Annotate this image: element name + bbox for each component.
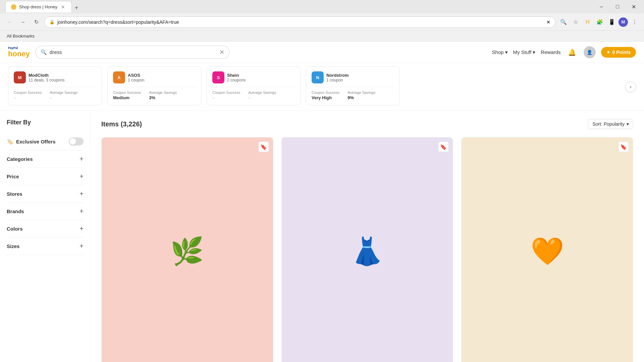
product-card-3[interactable]: 🧡 🔖 Tuckernuck Arcturus Long Sleeve Swin… — [461, 137, 633, 362]
brands-header[interactable]: Brands + — [7, 207, 84, 215]
store-card-4-header: N Nordstrom 1 coupon — [312, 71, 394, 83]
store-card-4[interactable]: N Nordstrom 1 coupon Coupon Success Very… — [306, 66, 400, 105]
browser-frame: Shop dress | Honey ✕ + – □ ✕ ← → ↻ 🔒 joi… — [0, 0, 644, 362]
sizes-header[interactable]: Sizes + — [7, 242, 84, 250]
avg-savings-value-2: 3% — [149, 95, 177, 100]
honey-header: PayPal honey 🔍 ✕ Shop ▾ My Stuff ▾ Rewar… — [0, 42, 644, 63]
store-name-2: ASOS — [128, 73, 144, 78]
extensions-button[interactable]: 🧩 — [594, 17, 605, 27]
stores-expand-icon: + — [79, 190, 84, 198]
product-card-2[interactable]: 👗 🔖 Tuckernuck Jacquard Spritz Swing Dre… — [281, 137, 453, 362]
avg-savings-2: Average Savings 3% — [149, 90, 177, 100]
shop-chevron-icon: ▾ — [505, 49, 508, 55]
minimize-button[interactable]: – — [594, 2, 609, 12]
header-nav: Shop ▾ My Stuff ▾ Rewards 🔔 👤 ✦ 0 Points — [492, 46, 636, 58]
stores-label: Stores — [7, 191, 22, 197]
product-image-3: 🧡 — [462, 137, 633, 362]
bookmark-star-button[interactable]: ☆ — [570, 17, 581, 27]
user-avatar[interactable]: 👤 — [584, 46, 596, 58]
filter-by-title: Filter By — [7, 119, 84, 126]
maximize-button[interactable]: □ — [610, 2, 625, 12]
store-logo-2: A — [113, 71, 125, 83]
store-card-1[interactable]: M ModCloth 11 deals, 3 coupons Coupon Su… — [8, 66, 102, 105]
active-tab[interactable]: Shop dress | Honey ✕ — [5, 1, 72, 12]
avg-savings-label-2: Average Savings — [149, 90, 177, 95]
colors-filter: Colors + — [7, 220, 84, 238]
exclusive-offers-toggle[interactable] — [69, 137, 84, 145]
colors-header[interactable]: Colors + — [7, 225, 84, 233]
bookmark-button-3[interactable]: 🔖 — [618, 141, 629, 152]
sort-button[interactable]: Sort: Popularity ▾ — [588, 119, 633, 129]
store-logo-3: S — [212, 71, 224, 83]
shop-nav-item[interactable]: Shop ▾ — [492, 49, 508, 55]
stores-strip: M ModCloth 11 deals, 3 coupons Coupon Su… — [0, 63, 644, 111]
coupon-success-value-1: – — [14, 95, 42, 100]
stores-next-button[interactable]: › — [625, 81, 636, 92]
tab-bar: Shop dress | Honey ✕ + — [5, 1, 591, 12]
store-name-1: ModCloth — [29, 73, 64, 78]
store-deals-2: 1 coupon — [128, 78, 144, 82]
bookmarks-bar: All Bookmarks — [0, 31, 644, 42]
forward-button[interactable]: → — [17, 17, 28, 27]
my-stuff-chevron-icon: ▾ — [533, 49, 535, 55]
honey-logo[interactable]: PayPal honey — [8, 46, 30, 58]
avg-savings-value-1: – — [50, 95, 77, 100]
more-options-button[interactable]: ⋮ — [629, 17, 640, 27]
coupon-success-4: Coupon Success Very High — [312, 90, 339, 100]
store-card-3-header: S Shein 2 coupons — [212, 71, 295, 83]
bookmark-button-1[interactable]: 🔖 — [258, 141, 269, 152]
stores-header[interactable]: Stores + — [7, 190, 84, 198]
bookmark-button-2[interactable]: 🔖 — [438, 141, 449, 152]
store-logo-4: N — [312, 71, 324, 83]
search-input[interactable] — [50, 49, 217, 55]
store-card-2-header: A ASOS 1 coupon — [113, 71, 196, 83]
price-header[interactable]: Price + — [7, 173, 84, 180]
new-tab-button[interactable]: + — [72, 3, 81, 12]
coupon-success-1: Coupon Success – — [14, 90, 42, 100]
categories-label: Categories — [7, 156, 33, 162]
honey-extension-icon[interactable]: H — [582, 17, 593, 27]
stores-filter: Stores + — [7, 185, 84, 203]
price-filter: Price + — [7, 168, 84, 185]
back-button[interactable]: ← — [4, 17, 15, 27]
store-name-3: Shein — [227, 73, 246, 78]
avg-savings-value-3: – — [248, 95, 276, 100]
avg-savings-label-1: Average Savings — [50, 90, 77, 95]
store-stats-2: Coupon Success Medium Average Savings 3% — [113, 87, 196, 100]
product-card-1[interactable]: 🌿 🔖 ModCloth Flutterly Fabulous A-Line D… — [101, 137, 273, 362]
search-icon-btn[interactable]: 🔍 — [558, 17, 569, 27]
url-bar[interactable]: 🔒 joinhoney.com/search?q=dress&sort=popu… — [44, 16, 555, 28]
avg-savings-1: Average Savings – — [50, 90, 77, 100]
store-card-3[interactable]: S Shein 2 coupons Coupon Success – Avera… — [207, 66, 301, 105]
store-stats-3: Coupon Success – Average Savings – — [212, 87, 295, 100]
coupon-success-label-3: Coupon Success — [212, 90, 240, 95]
sizes-label: Sizes — [7, 243, 19, 249]
store-card-2[interactable]: A ASOS 1 coupon Coupon Success Medium Av… — [107, 66, 201, 105]
profile-button[interactable]: M — [619, 17, 628, 27]
device-button[interactable]: 📱 — [606, 17, 617, 27]
all-bookmarks-link[interactable]: All Bookmarks — [4, 32, 37, 40]
categories-filter: Categories + — [7, 150, 84, 168]
avg-savings-3: Average Savings – — [248, 90, 276, 100]
points-button[interactable]: ✦ 0 Points — [601, 47, 636, 58]
close-window-button[interactable]: ✕ — [626, 2, 641, 12]
brands-filter: Brands + — [7, 203, 84, 220]
reload-button[interactable]: ↻ — [31, 17, 42, 27]
avg-savings-label-3: Average Savings — [248, 90, 276, 95]
store-card-1-header: M ModCloth 11 deals, 3 coupons — [14, 71, 96, 83]
tab-close-button[interactable]: ✕ — [60, 4, 66, 10]
my-stuff-nav-item[interactable]: My Stuff ▾ — [513, 49, 536, 55]
lock-icon: 🔒 — [49, 19, 55, 24]
tab-favicon — [11, 4, 16, 10]
coupon-success-value-2: Medium — [113, 95, 141, 100]
search-icon: 🔍 — [41, 49, 47, 55]
store-logo-1: M — [14, 71, 26, 83]
notifications-button[interactable]: 🔔 — [566, 46, 578, 58]
store-name-4: Nordstrom — [326, 73, 348, 78]
exclusive-emoji: 🏷️ — [7, 138, 13, 145]
categories-header[interactable]: Categories + — [7, 155, 84, 163]
rewards-nav-item[interactable]: Rewards — [541, 49, 560, 55]
search-clear-icon[interactable]: ✕ — [219, 49, 224, 56]
items-header: Items (3,226) Sort: Popularity ▾ — [101, 119, 633, 129]
main-search-bar[interactable]: 🔍 ✕ — [35, 46, 230, 59]
